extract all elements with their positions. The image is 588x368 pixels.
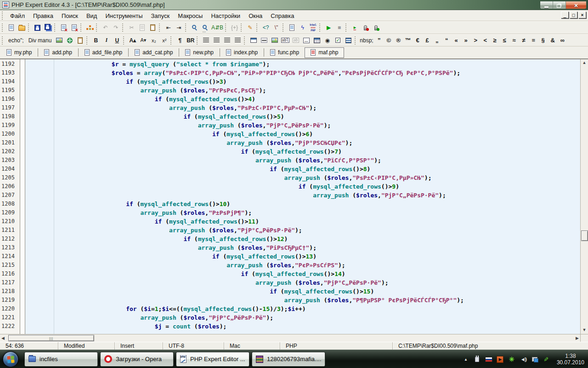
align-left-button[interactable] [201, 35, 211, 46]
html-to-php-button[interactable]: html+++PHP [308, 23, 318, 33]
special-char-button-5[interactable]: € [413, 35, 423, 46]
save-button[interactable] [32, 23, 43, 33]
run-button[interactable]: ▶ [323, 23, 334, 33]
special-char-button-15[interactable]: ≈ [509, 35, 519, 46]
stop-button[interactable]: ■ [334, 23, 345, 33]
align-justify-button[interactable] [232, 35, 243, 46]
special-char-button-17[interactable]: ≡ [529, 35, 538, 46]
insert-checkbox-button[interactable]: ✓ [333, 35, 343, 46]
syntax-highlight-button[interactable]: ✎ [245, 23, 255, 33]
taskbar-button-winrar[interactable]: 1280206793mafia.... [252, 352, 325, 367]
taskbar-button-opera[interactable]: Загрузки - Opera [100, 352, 174, 367]
macro-record-button[interactable] [360, 23, 371, 33]
special-char-button-0[interactable]: nbsp; [359, 35, 374, 46]
vertical-scroll-thumb[interactable] [581, 230, 588, 241]
div-menu-snippet-button[interactable]: Div manu [26, 35, 54, 46]
start-button[interactable] [3, 351, 18, 367]
horizontal-scroll-thumb[interactable]: ||| [8, 335, 94, 341]
scroll-up-arrow[interactable]: ▲ [582, 59, 587, 67]
tab-add_cat.php[interactable]: add_cat.php [129, 47, 178, 58]
special-char-button-20[interactable]: ∞ [558, 35, 567, 46]
php-tag-button[interactable]: <? [260, 23, 271, 33]
special-char-button-7[interactable]: „ [432, 35, 442, 46]
menu-item-настройки[interactable]: Настройки [207, 11, 244, 21]
taskbar-button-php-editor[interactable]: PHP Expert Editor ... [176, 352, 249, 367]
special-char-button-12[interactable]: < [481, 35, 490, 46]
special-char-button-11[interactable]: > [471, 35, 481, 46]
tab-add_file.php[interactable]: add_file.php [79, 47, 128, 58]
open-file-button[interactable] [17, 23, 27, 33]
find-button[interactable] [189, 23, 200, 33]
mdi-minimize-button[interactable]: _ [561, 12, 569, 18]
special-char-button-1[interactable]: ” [374, 35, 384, 46]
escape-quotes-button[interactable]: \" [271, 23, 282, 33]
align-center-button[interactable] [211, 35, 222, 46]
tab-func.php[interactable]: func.php [265, 47, 305, 58]
special-char-button-3[interactable]: ® [394, 35, 403, 46]
macro-play-button[interactable] [371, 23, 381, 33]
new-file-button[interactable] [6, 23, 17, 33]
insert-radio-button[interactable]: ◉ [322, 35, 333, 46]
special-char-button-8[interactable]: “ [442, 35, 452, 46]
project-tree-button[interactable] [85, 23, 95, 33]
scroll-left-arrow[interactable]: ◀ [1, 335, 5, 342]
insert-form-button[interactable] [248, 35, 259, 46]
insert-link-button[interactable] [64, 35, 75, 46]
insert-hr-button[interactable] [259, 35, 269, 46]
language-ru-flag-icon[interactable] [485, 356, 492, 363]
bold-button[interactable]: B [90, 35, 101, 46]
menu-item-макросы[interactable]: Макросы [174, 11, 207, 21]
ftp-button[interactable]: ϟ [297, 23, 308, 33]
superscript-button[interactable]: x² [159, 35, 170, 46]
tray-expand-icon[interactable]: ▲ [462, 356, 469, 363]
insert-textfield-button[interactable]: abl [280, 35, 290, 46]
brackets-button[interactable]: {+} [229, 23, 240, 33]
download-manager-icon[interactable]: ▶ [497, 356, 504, 363]
tab-add.php[interactable]: add.php [39, 47, 77, 58]
copy-button[interactable] [137, 23, 147, 33]
paste-html-button[interactable] [75, 35, 85, 46]
special-char-button-4[interactable]: ™ [403, 35, 413, 46]
replace-ab-button[interactable]: A⇵B [210, 23, 224, 33]
italic-button[interactable]: I [101, 35, 112, 46]
scroll-right-arrow[interactable]: ▶ [576, 335, 579, 342]
subscript-button[interactable]: x₂ [148, 35, 159, 46]
menu-item-вид[interactable]: Вид [82, 11, 102, 21]
insert-list-button[interactable] [343, 35, 354, 46]
font-larger-button[interactable]: A▴ [127, 35, 138, 46]
tab-maf.php[interactable]: maf.php [305, 47, 344, 58]
paragraph-button[interactable]: ¶ [175, 35, 185, 46]
echo-snippet-button[interactable]: echo"; [6, 35, 26, 46]
insert-textarea-button[interactable]: ab [290, 35, 301, 46]
insert-table-button[interactable] [311, 35, 322, 46]
power-plug-icon[interactable] [474, 356, 481, 363]
special-char-button-10[interactable]: » [461, 35, 471, 46]
underline-button[interactable]: U [112, 35, 122, 46]
qip-messenger-icon[interactable]: ✳ [508, 356, 515, 363]
menu-item-правка[interactable]: Правка [29, 11, 57, 21]
special-char-button-14[interactable]: ≤ [500, 35, 509, 46]
tab-my.php[interactable]: my.php [1, 47, 37, 58]
code-area[interactable]: $r = mysql_query ("select * from $ringam… [25, 59, 580, 334]
insert-image-button[interactable] [269, 35, 280, 46]
menu-item-инструменты[interactable]: Инструменты [101, 11, 147, 21]
scroll-down-arrow[interactable]: ▼ [582, 327, 587, 334]
menu-item-справка[interactable]: Справка [266, 11, 298, 21]
find-replace-button[interactable] [200, 23, 210, 33]
undo-button[interactable]: ↶ [100, 23, 111, 33]
indent-button[interactable]: ⇥ [174, 23, 184, 33]
align-right-button[interactable] [222, 35, 232, 46]
vertical-scrollbar[interactable]: ▲ ▼ [580, 59, 588, 334]
special-char-button-13[interactable]: ≥ [490, 35, 500, 46]
insert-comment-button[interactable]: ... [301, 35, 311, 46]
special-char-button-2[interactable]: © [384, 35, 394, 46]
special-char-button-16[interactable]: ≠ [519, 35, 529, 46]
taskbar-button-folder[interactable]: incfiles [24, 352, 98, 367]
code-explorer-button[interactable] [287, 23, 297, 33]
menu-item-запуск[interactable]: Запуск [147, 11, 174, 21]
insert-image-wizard-button[interactable] [54, 35, 64, 46]
unindent-button[interactable]: ⇤ [163, 23, 174, 33]
run-in-browser-button[interactable]: ▸ [350, 23, 360, 33]
redo-button[interactable]: ↷ [111, 23, 121, 33]
special-char-button-19[interactable]: & [548, 35, 558, 46]
